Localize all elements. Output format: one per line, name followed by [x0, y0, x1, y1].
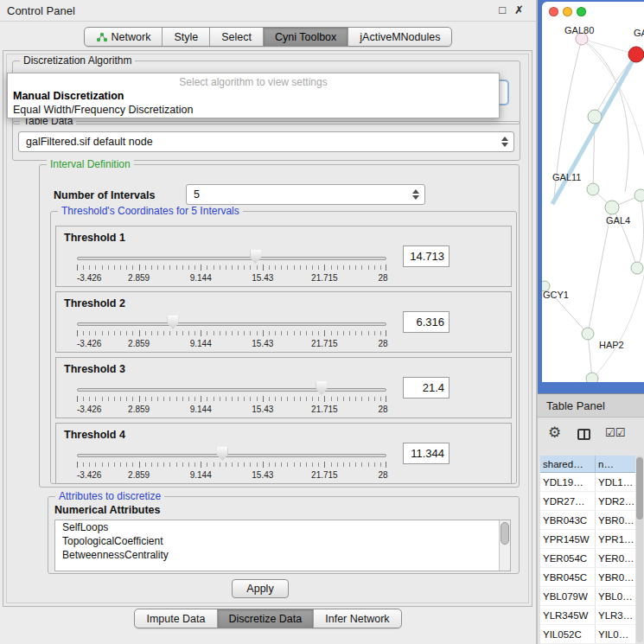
network-edges: [545, 39, 644, 379]
table-cell[interactable]: YDR2…: [596, 492, 635, 510]
list-item[interactable]: BetweennessCentrality: [55, 548, 510, 562]
tab-infer-network[interactable]: Infer Network: [314, 609, 400, 628]
table-panel-titlebar: Table Panel: [538, 393, 644, 418]
list-scrollbar[interactable]: [499, 520, 510, 571]
tab-select[interactable]: Select: [210, 28, 264, 46]
slider-thumb[interactable]: [250, 250, 261, 264]
network-node[interactable]: [588, 110, 602, 124]
table-cell[interactable]: YBR0…: [596, 511, 635, 529]
table-cell[interactable]: YPR1…: [596, 530, 635, 548]
slider-track[interactable]: [77, 388, 386, 392]
control-panel-titlebar: Control Panel □ ✗: [0, 0, 536, 22]
table-cell[interactable]: YBL079W: [540, 587, 596, 605]
table-cell[interactable]: YLR345W: [540, 606, 596, 624]
table-header-cell[interactable]: shared…: [540, 456, 596, 473]
table-cell[interactable]: YIL052C: [540, 625, 596, 643]
popup-option-equal-width[interactable]: Equal Width/Frequency Discretization: [13, 104, 193, 116]
table-row[interactable]: YER054CYER0…: [540, 549, 635, 568]
slider-track[interactable]: [77, 322, 386, 326]
apply-button[interactable]: Apply: [232, 579, 289, 598]
thresholds-group: Threshold's Coordinates for 5 Intervals …: [50, 211, 517, 484]
slider-thumb[interactable]: [167, 316, 178, 329]
slider-major-ticks: [77, 265, 386, 271]
traffic-light-close-icon[interactable]: [549, 7, 558, 16]
checkbox-icons[interactable]: ☑☑: [605, 426, 625, 439]
slider-track[interactable]: [77, 257, 386, 260]
table-cell[interactable]: YBR0…: [596, 568, 635, 586]
table-header-cell[interactable]: n…: [596, 456, 635, 473]
slider-scale: -3.4262.8599.14415.4321.71528: [77, 339, 386, 349]
float-window-icon[interactable]: □: [499, 3, 506, 16]
threshold-value-input[interactable]: [403, 311, 450, 333]
spinner-icon[interactable]: [412, 189, 419, 200]
tab-label: Discretize Data: [229, 613, 303, 625]
popup-option-manual-discretization[interactable]: Manual Discretization: [13, 90, 124, 102]
table-row[interactable]: YDR27…YDR2…: [540, 492, 635, 511]
right-pane: GAL80 GA GAL11 GAL4 GCY1 HAP2 Table Pane…: [538, 0, 644, 644]
slider-scale: -3.4262.8599.14415.4321.71528: [77, 273, 386, 284]
table-cell[interactable]: YER0…: [596, 549, 635, 567]
table-row[interactable]: YDL19…YDL1…: [540, 473, 635, 492]
threshold-panel-3: Threshold 3 -3.4262.8599.14415.4321.7152…: [55, 357, 512, 418]
table-cell[interactable]: YDR27…: [540, 492, 596, 510]
list-item[interactable]: TopologicalCoefficient: [55, 534, 510, 548]
table-row[interactable]: YIL052CYIL0…: [540, 625, 635, 644]
bottom-tabset: Impute Data Discretize Data Infer Networ…: [134, 609, 401, 628]
table-cell[interactable]: YIL0…: [596, 625, 635, 643]
network-node-red[interactable]: [628, 47, 644, 62]
slider-scale: -3.4262.8599.14415.4321.71528: [77, 405, 386, 415]
settings-gear-icon[interactable]: ⚙: [548, 424, 561, 442]
slider-track[interactable]: [77, 454, 386, 457]
list-item[interactable]: SelfLoops: [55, 520, 510, 534]
threshold-value-input[interactable]: [403, 443, 450, 464]
threshold-value-input[interactable]: [403, 377, 450, 399]
tab-network[interactable]: Network: [85, 28, 163, 46]
number-of-intervals-combobox[interactable]: 5: [186, 184, 425, 205]
slider-thumb[interactable]: [316, 381, 327, 395]
table-row[interactable]: YBR045CYBR0…: [540, 568, 635, 587]
table-cell[interactable]: YER054C: [540, 549, 596, 567]
table-data-combobox[interactable]: galFiltered.sif default node: [18, 131, 514, 152]
threshold-label: Threshold 4: [64, 429, 125, 441]
tab-style[interactable]: Style: [163, 28, 210, 46]
scrollbar-thumb[interactable]: [636, 457, 643, 520]
table-row[interactable]: YPR145WYPR1…: [540, 530, 635, 549]
table-cell[interactable]: YDL1…: [596, 473, 635, 491]
network-node[interactable]: [586, 373, 598, 382]
table-cell[interactable]: YBR045C: [540, 568, 596, 586]
close-window-icon[interactable]: ✗: [514, 3, 524, 16]
combo-value: galFiltered.sif default node: [26, 136, 153, 148]
table-cell[interactable]: YDL19…: [540, 473, 596, 491]
columns-icon[interactable]: [577, 429, 590, 440]
table-scrollbar[interactable]: [636, 456, 643, 642]
network-window-frame: GAL80 GA GAL11 GAL4 GCY1 HAP2: [538, 0, 644, 393]
network-node[interactable]: [587, 183, 599, 195]
table-cell[interactable]: YLR3…: [596, 606, 635, 624]
slider-thumb[interactable]: [217, 447, 228, 461]
node-table: shared… n… YDL19…YDL1… YDR27…YDR2… YBR04…: [540, 456, 635, 644]
table-row[interactable]: YBR043CYBR0…: [540, 511, 635, 530]
tab-impute-data[interactable]: Impute Data: [135, 609, 217, 628]
screen: Control Panel □ ✗ Network Style Select C…: [0, 0, 644, 644]
threshold-label: Threshold 1: [64, 232, 125, 244]
tab-discretize-data[interactable]: Discretize Data: [218, 609, 315, 628]
network-node[interactable]: [634, 189, 644, 201]
network-node[interactable]: [605, 201, 619, 214]
tab-cyni-toolbox[interactable]: Cyni Toolbox: [264, 28, 348, 46]
table-row[interactable]: YBL079WYBL0…: [540, 587, 635, 606]
traffic-light-zoom-icon[interactable]: [577, 7, 586, 16]
table-cell[interactable]: YBL0…: [596, 587, 635, 605]
threshold-value-input[interactable]: [403, 245, 450, 267]
table-row[interactable]: YLR345WYLR3…: [540, 606, 635, 625]
network-node[interactable]: [631, 262, 643, 274]
scrollbar-thumb[interactable]: [501, 522, 509, 545]
network-canvas[interactable]: [542, 19, 644, 382]
network-node[interactable]: [582, 328, 594, 340]
tab-jactivemodules[interactable]: jActiveMNodules: [348, 28, 451, 46]
threshold-panel-2: Threshold 2 -3.4262.8599.14415.4321.7152…: [55, 291, 512, 353]
traffic-light-minimize-icon[interactable]: [563, 7, 572, 16]
table-cell[interactable]: YPR145W: [540, 530, 596, 548]
window-title: Control Panel: [7, 4, 75, 17]
spinner-icon[interactable]: [501, 137, 508, 147]
table-cell[interactable]: YBR043C: [540, 511, 596, 529]
